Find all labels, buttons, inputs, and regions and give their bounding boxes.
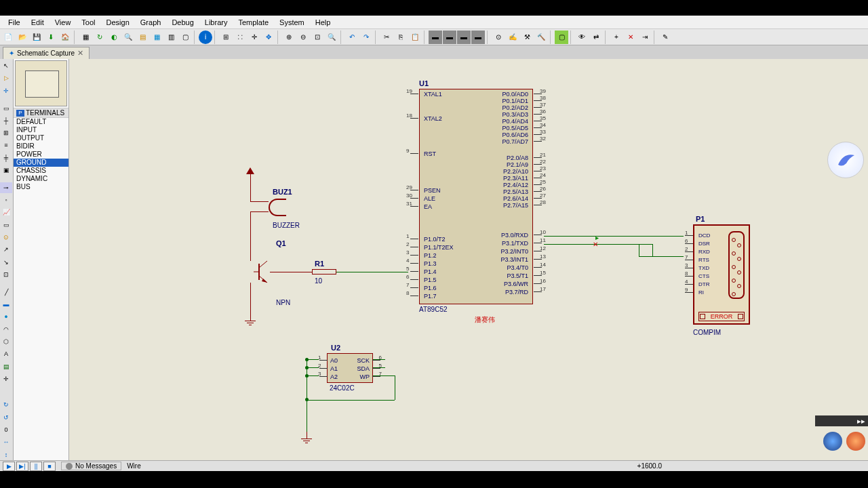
component-r1[interactable] <box>312 269 336 274</box>
messages-panel[interactable]: No Messages <box>61 462 121 470</box>
rotate-ccw-icon[interactable]: ↺ <box>0 412 12 423</box>
home-icon[interactable]: 🏠 <box>58 30 72 44</box>
zoom-in-icon[interactable]: ⊕ <box>282 30 296 44</box>
menu-help[interactable]: Help <box>310 17 336 28</box>
terminal-bus[interactable]: BUS <box>14 183 68 191</box>
probe-i-icon[interactable]: ↘ <box>0 257 12 268</box>
block3-icon[interactable]: ▬ <box>457 30 471 44</box>
undo-icon[interactable]: ↶ <box>345 30 359 44</box>
menu-template[interactable]: Template <box>233 17 274 28</box>
component-p1[interactable]: ERROR 1DCD6DSR2RXD7RTS3TXD8CTS4DTR9RI <box>693 224 750 325</box>
component-u2[interactable]: 1A02A13A26SCK5SDA7WP <box>327 353 373 383</box>
graph-icon[interactable]: 📈 <box>0 207 12 218</box>
bus-icon[interactable]: ╪ <box>0 152 12 163</box>
zoom-out-icon[interactable]: ⊖ <box>296 30 310 44</box>
copy-icon[interactable]: ⎘ <box>394 30 408 44</box>
generator-icon[interactable]: ⊙ <box>0 232 12 243</box>
zoom-area-icon[interactable]: 🔍 <box>325 30 338 44</box>
text-script-icon[interactable]: ≡ <box>0 140 12 150</box>
tape-icon[interactable]: ▭ <box>0 220 12 230</box>
terminal-chassis[interactable]: CHASSIS <box>14 167 68 175</box>
path-icon[interactable]: ⬡ <box>0 336 12 347</box>
move-icon[interactable]: ✥ <box>262 30 275 44</box>
tool2-icon[interactable]: ✍ <box>506 30 519 44</box>
pin-icon[interactable]: ◦ <box>0 195 12 205</box>
mirror-v-icon[interactable]: ↕ <box>0 449 12 460</box>
block2-icon[interactable]: ▬ <box>443 30 456 44</box>
terminal-dynamic[interactable]: DYNAMIC <box>14 175 68 183</box>
menu-tool[interactable]: Tool <box>76 17 100 28</box>
info-icon[interactable]: i <box>199 30 212 44</box>
step-button[interactable]: ▶| <box>16 462 28 471</box>
close-icon[interactable]: ✕ <box>77 49 83 58</box>
tool3-icon[interactable]: ⚒ <box>520 30 534 44</box>
ground-terminal-1[interactable] <box>245 314 256 325</box>
schematic-canvas[interactable]: U1 19XTAL118XTAL29RST29PSEN30ALE31EA1P1.… <box>69 59 868 460</box>
mirror-h-icon[interactable]: ↔ <box>0 436 12 447</box>
menu-file[interactable]: File <box>3 17 26 28</box>
rotate-cw-icon[interactable]: ↻ <box>0 399 12 410</box>
grid-s-icon[interactable]: ▤ <box>136 30 149 44</box>
pause-button[interactable]: || <box>30 462 42 471</box>
menu-system[interactable]: System <box>274 17 310 28</box>
box-icon[interactable]: ▬ <box>0 299 12 310</box>
origin-icon[interactable]: ✛ <box>248 30 261 44</box>
overlay-control-bar[interactable]: ▸▸ <box>815 415 868 426</box>
component-buz1[interactable] <box>269 199 286 216</box>
grid-m-icon[interactable]: ▦ <box>150 30 163 44</box>
instrument-icon[interactable]: ⊡ <box>0 269 12 280</box>
line-icon[interactable]: ╱ <box>0 287 12 298</box>
terminals-list[interactable]: DEFAULTINPUTOUTPUTBIDIRPOWERGROUNDCHASSI… <box>14 118 68 460</box>
zoom-icon[interactable]: 🔍 <box>121 30 135 44</box>
ground-terminal-2[interactable] <box>301 432 312 443</box>
menu-library[interactable]: Library <box>199 17 233 28</box>
p-icon[interactable]: P <box>16 110 24 117</box>
flip-icon[interactable]: ◐ <box>107 30 121 44</box>
import-icon[interactable]: ⬇ <box>44 30 58 44</box>
hammer-icon[interactable]: 🔨 <box>534 30 548 44</box>
menu-edit[interactable]: Edit <box>26 17 50 28</box>
symbol-icon[interactable]: ▤ <box>0 361 12 372</box>
menu-view[interactable]: View <box>50 17 77 28</box>
select-icon[interactable]: ▷ <box>0 73 12 83</box>
arc-icon[interactable]: ◠ <box>0 324 12 335</box>
menu-debug[interactable]: Debug <box>166 17 199 28</box>
binoculars-icon[interactable]: 👁 <box>575 30 589 44</box>
component-u1[interactable]: 19XTAL118XTAL29RST29PSEN30ALE31EA1P1.0/T… <box>419 89 533 304</box>
terminal-default[interactable]: DEFAULT <box>14 118 68 126</box>
component-q1[interactable] <box>254 258 274 288</box>
sheet-icon[interactable]: ▢ <box>555 30 568 44</box>
paste-icon[interactable]: 📋 <box>408 30 422 44</box>
snap-dots-icon[interactable]: ⸬ <box>233 30 247 44</box>
angle-icon[interactable]: 0 <box>0 424 12 435</box>
terminal-power[interactable]: POWER <box>14 150 68 159</box>
add-sheet-icon[interactable]: + <box>610 30 623 44</box>
overlay-button-1[interactable] <box>823 432 842 451</box>
component-icon[interactable]: ▭ <box>0 102 12 113</box>
new-icon[interactable]: 📄 <box>1 30 15 44</box>
refresh-icon[interactable]: ↻ <box>93 30 106 44</box>
cursor-icon[interactable]: ↖ <box>0 60 12 71</box>
save-icon[interactable]: 💾 <box>30 30 43 44</box>
block1-icon[interactable]: ▬ <box>429 30 442 44</box>
terminal-icon[interactable]: ⊸ <box>0 182 12 193</box>
circle-icon[interactable]: ● <box>0 311 12 322</box>
terminal-ground[interactable]: GROUND <box>14 159 68 167</box>
cut-icon[interactable]: ✂ <box>380 30 393 44</box>
grid-l-icon[interactable]: ▥ <box>164 30 178 44</box>
stop-button[interactable]: ■ <box>43 462 56 471</box>
plus-icon[interactable]: ✛ <box>0 85 12 96</box>
power-terminal[interactable] <box>246 167 254 174</box>
area-icon[interactable]: ▦ <box>79 30 92 44</box>
snap-grid-icon[interactable]: ⊞ <box>219 30 233 44</box>
page-icon[interactable]: ▢ <box>178 30 192 44</box>
menu-design[interactable]: Design <box>101 17 135 28</box>
block4-icon[interactable]: ▬ <box>471 30 485 44</box>
terminal-input[interactable]: INPUT <box>14 126 68 134</box>
probe-v-icon[interactable]: ↗ <box>0 244 12 255</box>
label-icon[interactable]: ⊞ <box>0 127 12 138</box>
marker-icon[interactable]: ✛ <box>0 373 12 384</box>
edit-icon[interactable]: ✎ <box>658 30 672 44</box>
redo-icon[interactable]: ↷ <box>359 30 373 44</box>
zoom-fit-icon[interactable]: ⊡ <box>311 30 324 44</box>
